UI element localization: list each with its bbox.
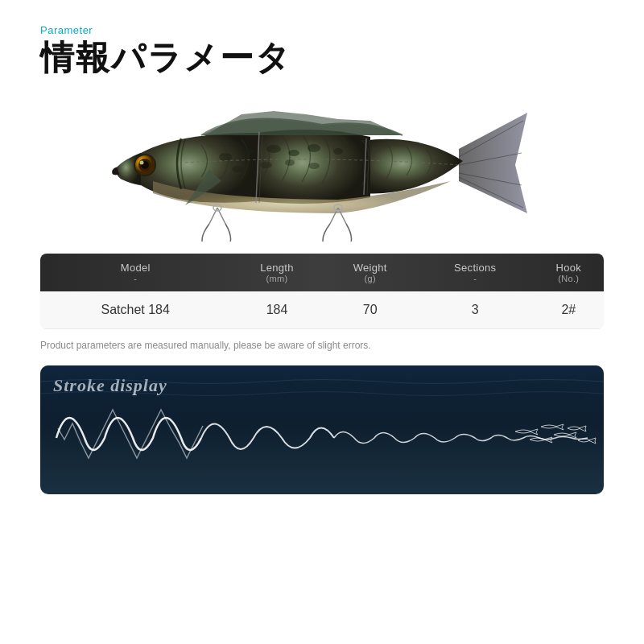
- svg-point-7: [288, 150, 299, 156]
- params-table: Model - Length (mm) Weight (g) Sections …: [40, 254, 604, 329]
- parameter-label: Parameter: [40, 24, 604, 36]
- svg-point-9: [333, 148, 343, 155]
- svg-line-24: [217, 208, 225, 224]
- col-weight: Weight (g): [324, 254, 417, 291]
- cell-hook: 2#: [534, 291, 604, 329]
- svg-point-10: [232, 166, 243, 172]
- svg-point-5: [245, 148, 254, 155]
- svg-point-18: [140, 161, 144, 165]
- cell-length: 184: [230, 291, 323, 329]
- page-title: 情報パラメータ: [40, 39, 604, 76]
- fish-image: [40, 85, 604, 246]
- col-length: Length (mm): [230, 254, 323, 291]
- col-sections: Sections -: [417, 254, 534, 291]
- disclaimer-text: Product parameters are measured manually…: [40, 339, 604, 353]
- svg-point-13: [308, 163, 320, 169]
- table-row: Satchet 184 184 70 3 2#: [40, 291, 604, 329]
- svg-line-23: [209, 208, 217, 224]
- cell-model: Satchet 184: [40, 291, 230, 329]
- svg-point-8: [308, 144, 320, 152]
- cell-sections: 3: [417, 291, 534, 329]
- svg-point-12: [285, 159, 295, 166]
- svg-point-4: [219, 153, 232, 161]
- col-hook: Hook (No.): [534, 254, 604, 291]
- stroke-display: Stroke display: [40, 365, 604, 494]
- cell-weight: 70: [324, 291, 417, 329]
- col-model: Model -: [40, 254, 230, 291]
- svg-point-6: [266, 145, 281, 153]
